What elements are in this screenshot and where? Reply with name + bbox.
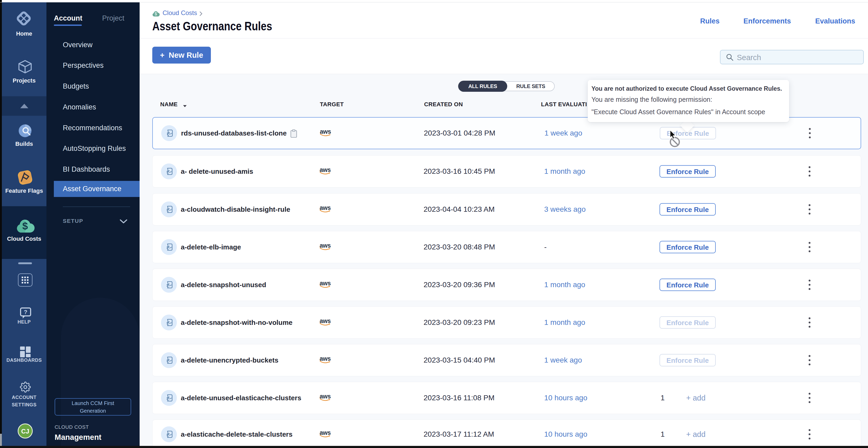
svg-text:?: ? xyxy=(24,309,27,315)
svg-text:$: $ xyxy=(22,220,28,232)
svg-text:$: $ xyxy=(155,11,157,16)
